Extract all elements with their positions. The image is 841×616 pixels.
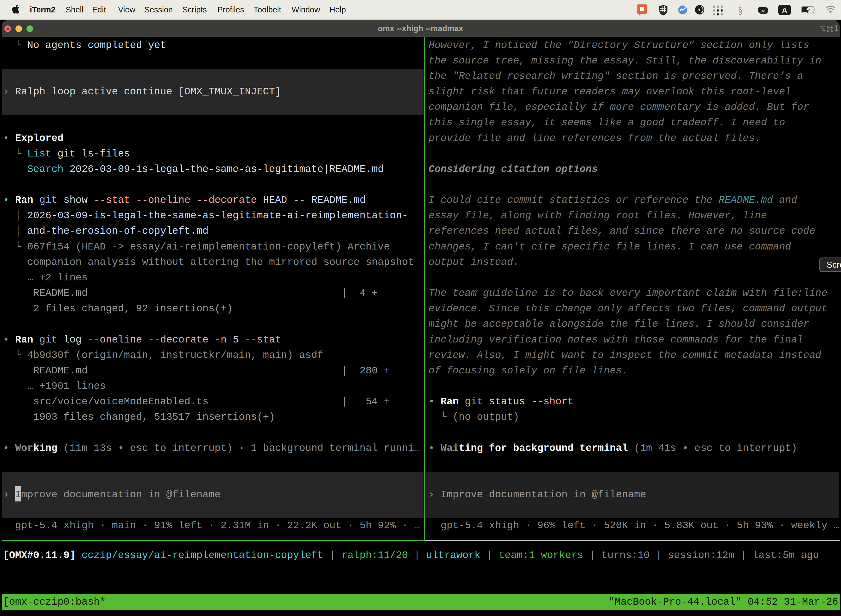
svg-text:A: A	[782, 6, 787, 14]
svg-text:..61: ..61	[760, 9, 766, 13]
svg-text:§: §	[738, 5, 743, 15]
